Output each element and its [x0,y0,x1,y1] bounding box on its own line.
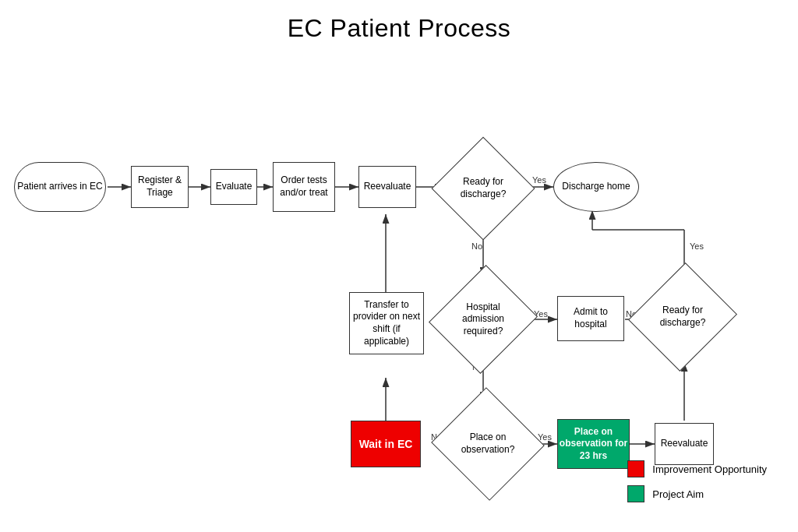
node-place-observation-q: Place on observation? [431,387,545,501]
node-ready-discharge-1: Ready for discharge? [432,137,535,241]
legend-box-red [627,460,644,477]
node-wait-ec: Wait in EC [351,421,421,467]
label-yes-discharge: Yes [532,175,546,185]
legend-item-project-aim: Project Aim [627,485,767,502]
node-discharge-home: Discharge home [553,162,639,212]
node-hospital-admission: Hospital admission required? [429,265,538,374]
page-title: EC Patient Process [0,0,798,51]
node-order-tests: Order tests and/or treat [273,162,335,212]
label-yes-discharge2: Yes [690,241,704,251]
node-place-observation-23: Place on observation for 23 hrs [557,419,630,469]
legend-label-improvement: Improvement Opportunity [652,463,767,475]
legend-item-improvement: Improvement Opportunity [627,460,767,477]
legend: Improvement Opportunity Project Aim [627,460,767,510]
node-patient-arrives: Patient arrives in EC [14,162,106,212]
node-reevaluate-2: Reevaluate [655,423,714,465]
diagram-area: Yes No Yes No Yes No No Yes Patient arri… [0,51,798,532]
node-evaluate: Evaluate [210,169,257,205]
legend-label-project-aim: Project Aim [652,488,704,500]
node-admit-hospital: Admit to hospital [557,296,624,341]
node-reevaluate-1: Reevaluate [358,166,416,208]
label-no-discharge1: No [471,241,482,251]
legend-box-green [627,485,644,502]
node-transfer-provider: Transfer to provider on next shift (if a… [349,292,424,354]
node-register-triage: Register & Triage [131,166,189,208]
node-ready-discharge-2: Ready for discharge? [628,262,737,372]
